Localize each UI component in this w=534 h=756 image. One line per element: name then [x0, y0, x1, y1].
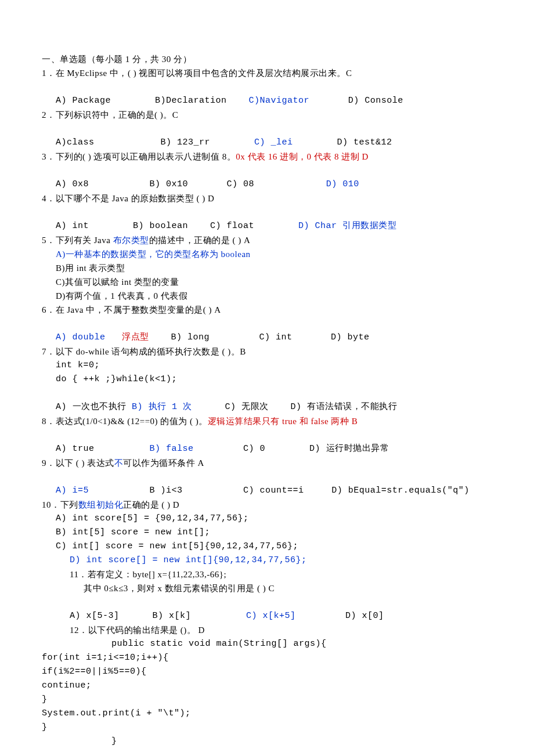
- q12-options: A) 1 B) 1 3 4 C) 1 3 5 7 9 D) 1 3 7 9: [42, 748, 492, 756]
- q10-optD: D) int score[] = new int[]{90,12,34,77,5…: [42, 554, 492, 567]
- q9-optC: C) count==i: [243, 486, 304, 495]
- q8-optB: B) false: [150, 444, 194, 454]
- q12-code4: continue;: [42, 679, 492, 693]
- q5-stem-b: 布尔类型: [113, 236, 149, 245]
- q8-optD: D) 运行时抛出异常: [309, 444, 389, 454]
- q8-optA: A) true: [56, 444, 95, 454]
- q9-stem-a: 9．以下 ( ) 表达式: [42, 458, 114, 468]
- q5-stem-a: 5．下列有关 Java: [42, 236, 113, 245]
- q10-stem-a: 10．下列: [42, 500, 78, 509]
- q12-code8: }: [42, 735, 492, 748]
- q12-code7: }: [42, 721, 492, 735]
- q4-optC: C) float: [210, 221, 254, 231]
- q2-optC: C) _lei: [254, 138, 293, 147]
- q5-stem: 5．下列有关 Java 布尔类型的描述中，正确的是 ( ) A: [42, 233, 492, 247]
- q9-options: A) i=5 B )i<3 C) count==i D) bEqual=str.…: [42, 470, 492, 498]
- q8-stem: 8．表达式(1/0<1)&& (12==0) 的值为 ( )。逻辑运算结果只有 …: [42, 414, 492, 428]
- q7-optD: D) 有语法错误，不能执行: [291, 402, 398, 412]
- q6-optA-a: A) double: [56, 332, 106, 342]
- q7-stem: 7．以下 do-while 语句构成的循环执行次数是 ( )。B: [42, 345, 492, 359]
- q6-stem: 6．在 Java 中，不属于整数类型变量的是( ) A: [42, 303, 492, 317]
- q11-stem1: 11．若有定义：byte[] x={11,22,33,-66};: [42, 567, 492, 581]
- q9-stem-b: 不: [114, 458, 124, 468]
- q5-optD: D)有两个值，1 代表真，0 代表假: [42, 289, 492, 303]
- q9-stem-c: 可以作为循环条件 A: [123, 458, 204, 468]
- q11-optD: D) x[0]: [345, 611, 384, 621]
- q1-optA: A) Package: [56, 96, 111, 106]
- q6-options: A) double 浮点型 B) long C) int D) byte: [42, 317, 492, 345]
- q8-stem-a: 8．表达式(1/0<1)&& (12==0) 的值为 ( )。: [42, 417, 208, 426]
- q12-code3: if(i%2==0||i%5==0){: [42, 665, 492, 679]
- q1-optC: C)Navigator: [249, 96, 310, 106]
- q10-optA: A) int score[5] = {90,12,34,77,56};: [42, 512, 492, 526]
- q7-options: A) 一次也不执行 B) 执行 1 次 C) 无限次 D) 有语法错误，不能执行: [42, 386, 492, 414]
- q11-optB: B) x[k]: [153, 611, 192, 621]
- q3-stem-b: 0x 代表 16 进制，0 代表 8 进制 D: [236, 152, 369, 161]
- q3-optD: D) 010: [326, 179, 359, 189]
- q2-optD: D) test&12: [337, 138, 392, 147]
- q4-options: A) int B) boolean C) float D) Char 引用数据类…: [42, 205, 492, 233]
- q5-optA: A)一种基本的数据类型，它的类型名称为 boolean: [42, 247, 492, 261]
- q3-optA: A) 0x8: [56, 179, 89, 189]
- q7-optA: A) 一次也不执行: [56, 402, 132, 412]
- q12-code2: for(int i=1;i<=10;i++){: [42, 651, 492, 665]
- q5-optB: B)用 int 表示类型: [42, 261, 492, 275]
- q12-code5: }: [42, 693, 492, 707]
- q3-stem-a: 3．下列的( ) 选项可以正确用以表示八进制值 8。: [42, 152, 236, 161]
- q10-stem-c: 正确的是 ( ) D: [123, 500, 179, 509]
- q11-optC: C) x[k+5]: [246, 611, 296, 621]
- q2-optA: A)class: [56, 138, 95, 147]
- q8-optC: C) 0: [243, 444, 265, 454]
- q10-stem-b: 数组初始化: [78, 500, 124, 509]
- q6-optA-b: 浮点型: [122, 332, 149, 342]
- q7-code2: do { ++k ;}while(k<1);: [42, 372, 492, 386]
- q6-optB: B) long: [171, 332, 210, 342]
- q4-optB: B) boolean: [133, 221, 188, 231]
- q11-optA: A) x[5-3]: [70, 611, 120, 621]
- q8-options: A) true B) false C) 0 D) 运行时抛出异常: [42, 428, 492, 456]
- q2-optB: B) 123_rr: [161, 138, 211, 147]
- q3-options: A) 0x8 B) 0x10 C) 08 D) 010: [42, 164, 492, 191]
- q9-optA: A) i=5: [56, 486, 89, 495]
- q3-stem: 3．下列的( ) 选项可以正确用以表示八进制值 8。0x 代表 16 进制，0 …: [42, 150, 492, 164]
- q5-optC: C)其值可以赋给 int 类型的变量: [42, 275, 492, 289]
- q3-optB: B) 0x10: [150, 179, 189, 189]
- q7-optB: B) 执行 1 次: [132, 402, 192, 412]
- q11-options: A) x[5-3] B) x[k] C) x[k+5] D) x[0]: [42, 595, 492, 623]
- q7-optC: C) 无限次: [225, 402, 269, 412]
- q10-optC: C) int[] score = new int[5]{90,12,34,77,…: [42, 540, 492, 554]
- q4-stem: 4．以下哪个不是 Java 的原始数据类型 ( ) D: [42, 191, 492, 205]
- q12-code1: public static void main(String[] args){: [42, 637, 492, 651]
- q4-optD: D) Char 引用数据类型: [298, 221, 396, 231]
- q9-optD: D) bEqual=str.equals("q"): [331, 486, 470, 495]
- q12-stem: 12．以下代码的输出结果是 ()。 D: [42, 623, 492, 637]
- q11-stem2: 其中 0≤k≤3，则对 x 数组元素错误的引用是 ( ) C: [42, 581, 492, 595]
- q1-optB: B)Declaration: [155, 96, 227, 106]
- q2-stem: 2．下列标识符中，正确的是( )。C: [42, 108, 492, 122]
- q5-stem-c: 的描述中，正确的是 ( ) A: [149, 236, 251, 245]
- q12-code6: System.out.print(i + "\t");: [42, 707, 492, 721]
- q8-stem-b: 逻辑运算结果只有 true 和 false 两种 B: [208, 417, 358, 426]
- q3-optC: C) 08: [227, 179, 255, 189]
- q10-stem: 10．下列数组初始化正确的是 ( ) D: [42, 498, 492, 512]
- q1-stem: 1．在 MyEclipse 中，( ) 视图可以将项目中包含的文件及层次结构展示…: [42, 66, 492, 80]
- q7-code1: int k=0;: [42, 359, 492, 372]
- q1-options: A) Package B)Declaration C)Navigator D) …: [42, 80, 492, 108]
- q4-optA: A) int: [56, 221, 89, 231]
- section-header: 一、单选题（每小题 1 分，共 30 分）: [42, 52, 492, 66]
- q6-optC: C) int: [259, 332, 293, 342]
- q9-stem: 9．以下 ( ) 表达式不可以作为循环条件 A: [42, 456, 492, 470]
- q9-optB: B )i<3: [150, 486, 183, 495]
- q1-optD: D) Console: [348, 96, 403, 106]
- q2-options: A)class B) 123_rr C) _lei D) test&12: [42, 122, 492, 150]
- q6-optD: D) byte: [331, 332, 370, 342]
- q10-optB: B) int[5] score = new int[];: [42, 526, 492, 540]
